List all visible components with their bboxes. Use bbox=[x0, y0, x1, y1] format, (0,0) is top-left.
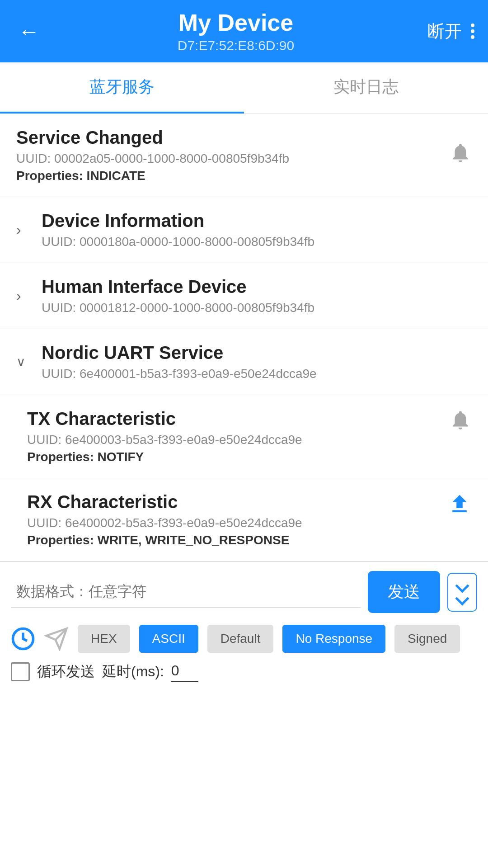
service-changed-name: Service Changed bbox=[16, 127, 289, 148]
signed-button[interactable]: Signed bbox=[394, 625, 460, 653]
header-title-block: My Device D7:E7:52:E8:6D:90 bbox=[44, 9, 427, 53]
rx-characteristic-item: RX Characteristic UUID: 6e400002-b5a3-f3… bbox=[0, 478, 488, 561]
tab-bar: 蓝牙服务 实时日志 bbox=[0, 62, 488, 114]
nordic-uart-item[interactable]: ∨ Nordic UART Service UUID: 6e400001-b5a… bbox=[0, 329, 488, 395]
device-info-item[interactable]: › Device Information UUID: 0000180a-0000… bbox=[0, 197, 488, 263]
tx-char-uuid: UUID: 6e400003-b5a3-f393-e0a9-e50e24dcca… bbox=[27, 433, 302, 447]
loop-label: 循环发送 bbox=[37, 662, 95, 682]
device-title: My Device bbox=[44, 9, 427, 36]
header-actions: 断开 bbox=[427, 20, 474, 43]
tx-characteristic-item: TX Characteristic UUID: 6e400003-b5a3-f3… bbox=[0, 395, 488, 478]
send-button[interactable]: 发送 bbox=[368, 571, 440, 613]
human-interface-name: Human Interface Device bbox=[42, 277, 314, 297]
device-info-uuid: UUID: 0000180a-0000-1000-8000-00805f9b34… bbox=[42, 235, 314, 249]
tx-char-name: TX Characteristic bbox=[27, 409, 302, 429]
hex-button[interactable]: HEX bbox=[78, 625, 130, 653]
service-changed-uuid: UUID: 00002a05-0000-1000-8000-00805f9b34… bbox=[16, 151, 289, 166]
more-menu-button[interactable] bbox=[471, 24, 474, 39]
chevron-down-icon-2 bbox=[455, 591, 469, 605]
human-interface-uuid: UUID: 00001812-0000-1000-8000-00805f9b34… bbox=[42, 301, 314, 315]
header: ← My Device D7:E7:52:E8:6D:90 断开 bbox=[0, 0, 488, 62]
device-info-chevron: › bbox=[16, 222, 34, 238]
tx-char-properties: Properties: NOTIFY bbox=[27, 450, 302, 464]
tx-char-bell-icon[interactable] bbox=[449, 409, 472, 436]
nordic-uart-chevron: ∨ bbox=[16, 354, 34, 369]
nordic-uart-name: Nordic UART Service bbox=[42, 343, 317, 363]
human-interface-chevron: › bbox=[16, 288, 34, 304]
clock-button[interactable] bbox=[11, 627, 35, 651]
data-input[interactable] bbox=[11, 576, 361, 608]
disconnect-button[interactable]: 断开 bbox=[427, 20, 462, 43]
service-changed-bell-icon[interactable] bbox=[449, 142, 472, 169]
device-mac: D7:E7:52:E8:6D:90 bbox=[44, 38, 427, 53]
human-interface-item[interactable]: › Human Interface Device UUID: 00001812-… bbox=[0, 263, 488, 329]
loop-row: 循环发送 延时(ms): 0 bbox=[11, 657, 477, 691]
format-row: HEX ASCII Default No Response Signed bbox=[11, 620, 477, 657]
delay-value[interactable]: 0 bbox=[171, 662, 198, 682]
rx-char-uuid: UUID: 6e400002-b5a3-f393-e0a9-e50e24dcca… bbox=[27, 516, 302, 530]
ascii-button[interactable]: ASCII bbox=[139, 625, 198, 653]
tab-log[interactable]: 实时日志 bbox=[244, 62, 488, 113]
device-info-name: Device Information bbox=[42, 211, 314, 231]
service-list: Service Changed UUID: 00002a05-0000-1000… bbox=[0, 114, 488, 561]
default-button[interactable]: Default bbox=[207, 625, 274, 653]
back-button[interactable]: ← bbox=[14, 14, 44, 48]
tab-bluetooth[interactable]: 蓝牙服务 bbox=[0, 62, 244, 113]
service-changed-item: Service Changed UUID: 00002a05-0000-1000… bbox=[0, 114, 488, 197]
chevron-down-icon-1 bbox=[455, 579, 469, 593]
input-area: 发送 HEX ASCII Default No Response Signed bbox=[0, 561, 488, 695]
service-changed-properties: Properties: INDICATE bbox=[16, 169, 289, 183]
rx-char-name: RX Characteristic bbox=[27, 492, 302, 512]
nordic-uart-uuid: UUID: 6e400001-b5a3-f393-e0a9-e50e24dcca… bbox=[42, 367, 317, 381]
delay-label: 延时(ms): bbox=[102, 662, 164, 682]
send-log-button[interactable] bbox=[44, 627, 69, 651]
loop-checkbox[interactable] bbox=[11, 662, 30, 681]
no-response-button[interactable]: No Response bbox=[282, 625, 385, 653]
rx-char-properties: Properties: WRITE, WRITE_NO_RESPONSE bbox=[27, 533, 302, 547]
expand-button[interactable] bbox=[447, 573, 477, 612]
input-row: 发送 bbox=[11, 571, 477, 613]
rx-char-upload-icon[interactable] bbox=[447, 492, 472, 522]
